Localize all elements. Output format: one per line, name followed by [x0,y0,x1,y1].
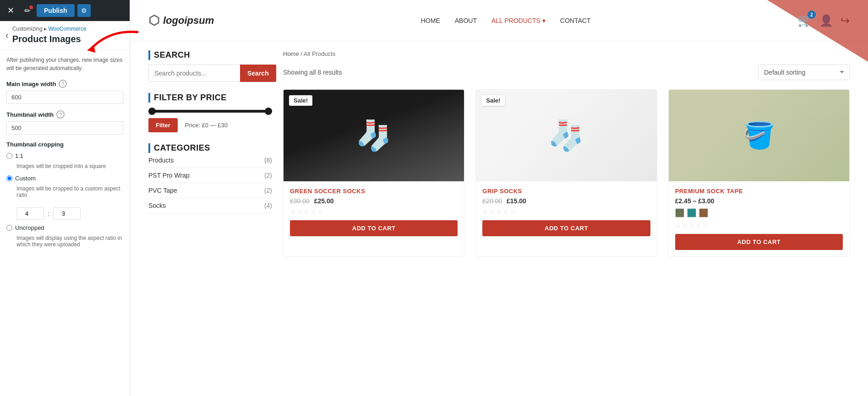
breadcrumb-link[interactable]: WooCommerce [48,26,86,32]
crop-uncropped-radio[interactable] [6,225,12,231]
categories-list: Products (8) PST Pro Wrap (2) PVC Tape (… [148,153,272,213]
product-stars: ☆☆☆☆☆ [675,222,843,229]
close-button[interactable]: ✕ [4,4,18,17]
logout-icon-button[interactable]: ↪ [841,14,850,27]
add-to-cart-button[interactable]: Add To Cart [290,220,458,236]
search-button[interactable]: Search [240,65,276,82]
crop-1-1-option[interactable]: 1:1 [6,152,123,159]
breadcrumb-sep: / [300,50,302,57]
edit-button[interactable]: ✏ [21,5,34,17]
nav-about[interactable]: ABOUT [455,17,477,24]
breadcrumb-home[interactable]: Home [283,50,299,57]
aspect-y-input[interactable] [53,207,81,220]
nav-home[interactable]: HOME [421,17,440,24]
product-name: PREMIUM SOCK TAPE [675,188,843,195]
price-filter-thumb-right[interactable] [265,108,272,115]
main-image-width-input[interactable] [6,91,123,104]
crop-custom-desc: Images will be cropped to a custom aspec… [16,185,123,198]
products-top-bar: Showing all 8 results Default sorting So… [283,65,850,80]
add-to-cart-button[interactable]: Add To Cart [482,220,650,236]
nav-contact[interactable]: CONTACT [560,17,591,24]
product-image-wrap: Sale! 🧦 [476,90,656,181]
cat-count: (8) [264,157,272,164]
products-grid: Sale! 🧦 GREEN SOCCER SOCKS £30.00 £25.00… [283,89,850,257]
original-price: £30.00 [290,197,310,205]
panel-body: After publishing your changes, new image… [0,49,130,396]
category-products[interactable]: Products (8) [148,153,272,168]
thumbnail-cropping-options: 1:1 Images will be cropped into a square… [6,152,123,250]
price-filter-track [148,110,272,113]
logo-icon: ⬡ [148,13,159,28]
price-filter-thumb-left[interactable] [148,108,156,115]
crop-1-1-radio[interactable] [6,153,12,159]
crop-uncropped-option[interactable]: Uncropped [6,224,123,231]
filter-price-text: Price: £0 — £30 [185,122,228,129]
crop-custom-option[interactable]: Custom [6,175,123,182]
breadcrumb-current: All Products [304,50,335,57]
panel-title: Product Images [12,34,87,44]
search-box: Search [148,65,272,82]
cart-icon-wrap[interactable]: 🛒 2 [797,13,812,27]
aspect-x-input[interactable] [16,207,44,220]
search-title: Search [148,50,272,60]
thumbnail-width-input[interactable] [6,121,123,135]
sale-price: £25.00 [314,197,334,205]
color-swatch-1[interactable] [675,208,684,217]
add-to-cart-button[interactable]: Add To Cart [675,234,843,250]
back-button[interactable]: ‹ [5,30,9,40]
products-header: Home / All Products [283,50,850,57]
settings-button[interactable]: ⚙ [77,4,91,17]
nav-all-products[interactable]: ALL PRODUCTS ▾ [491,17,546,24]
panel-nav: ‹ Customizing ▸ WooCommerce Product Imag… [0,21,130,49]
category-socks[interactable]: Socks (4) [148,198,272,213]
product-info: GREEN SOCCER SOCKS £30.00 £25.00 ☆☆☆☆☆ A… [284,181,464,243]
product-stars: ☆☆☆☆☆ [482,208,650,216]
product-price: £2.45 – £3.00 [675,197,843,205]
aspect-separator: : [48,210,49,217]
filter-actions: Filter Price: £0 — £30 [148,118,272,132]
panel-description: After publishing your changes, new image… [6,56,123,72]
category-pvc-tape[interactable]: PVC Tape (2) [148,183,272,198]
thumbnail-width-help-icon[interactable]: ? [56,110,65,119]
main-image-help-icon[interactable]: ? [59,80,67,88]
product-image: 🪣 [669,90,849,181]
chevron-down-icon: ▾ [542,17,546,24]
filter-button[interactable]: Filter [148,118,178,132]
notification-dot [29,5,33,9]
cat-count: (2) [264,187,272,194]
user-icon-button[interactable]: 👤 [819,14,833,27]
category-pst-pro-wrap[interactable]: PST Pro Wrap (2) [148,168,272,183]
shop-sidebar: Search Search FILTER BY PRICE Filter Pri… [148,50,272,387]
product-price: £30.00 £25.00 [290,197,458,205]
product-card-premium-sock-tape: 🪣 PREMIUM SOCK TAPE £2.45 – £3.00 [668,89,850,257]
breadcrumb-nav: Home / All Products [283,50,335,57]
sort-select[interactable]: Default sorting Sort by popularity Sort … [758,65,850,80]
main-image-label: Main image width ? [6,80,123,88]
color-swatch-2[interactable] [687,208,696,217]
crop-1-1-desc: Images will be cropped into a square [16,163,123,169]
filter-price-widget: FILTER BY PRICE Filter Price: £0 — £30 [148,93,272,132]
categories-title: CATEGORIES [148,143,272,153]
panel-breadcrumb-container: Customizing ▸ WooCommerce Product Images [12,26,87,44]
thumbnail-cropping-label: Thumbnail cropping [6,141,123,148]
cart-badge: 2 [808,11,816,19]
publish-button[interactable]: Publish [37,4,75,17]
search-widget: Search Search [148,50,272,82]
main-content: ⬡ logoipsum HOME ABOUT ALL PRODUCTS ▾ CO… [130,0,868,396]
product-name: GRIP SOCKS [482,188,650,195]
crop-custom-radio[interactable] [6,175,12,181]
product-card-green-soccer-socks: Sale! 🧦 GREEN SOCCER SOCKS £30.00 £25.00… [283,89,464,257]
site-nav: HOME ABOUT ALL PRODUCTS ▾ CONTACT [421,17,591,24]
breadcrumb: Customizing ▸ WooCommerce [12,26,87,32]
product-name: GREEN SOCCER SOCKS [290,188,458,195]
product-card-grip-socks: Sale! 🧦 GRIP SOCKS £20.00 £15.00 ☆☆☆☆☆ [475,89,657,257]
color-swatch-3[interactable] [699,208,708,217]
categories-widget: CATEGORIES Products (8) PST Pro Wrap (2)… [148,143,272,213]
sale-badge: Sale! [481,95,505,106]
filter-price-title: FILTER BY PRICE [148,93,272,103]
search-input[interactable] [148,65,240,82]
site-header: ⬡ logoipsum HOME ABOUT ALL PRODUCTS ▾ CO… [130,0,868,41]
product-info: PREMIUM SOCK TAPE £2.45 – £3.00 ☆☆☆☆☆ [669,181,849,256]
original-price: £20.00 [482,197,502,205]
price-filter-range [148,110,272,113]
